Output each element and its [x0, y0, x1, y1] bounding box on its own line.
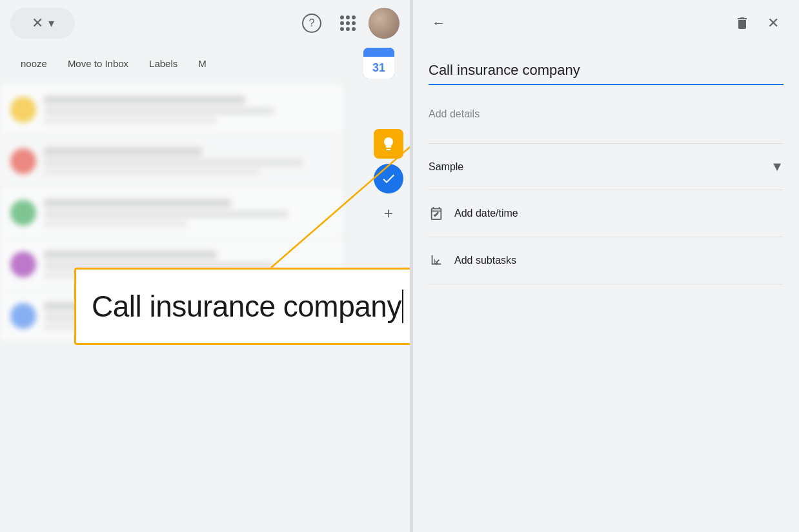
user-avatar[interactable]	[369, 8, 400, 39]
back-button[interactable]: ←	[423, 8, 454, 39]
lightbulb-icon	[381, 136, 396, 152]
question-mark-icon: ?	[302, 14, 321, 33]
add-date-time-label: Add date/time	[454, 208, 518, 219]
labels-button[interactable]: Labels	[139, 53, 188, 74]
trash-icon	[734, 15, 750, 31]
delete-task-button[interactable]	[727, 8, 758, 39]
list-selector[interactable]: Sample ▼	[429, 149, 784, 184]
right-panel: ← ✕ Add details Sample ▼ Ad	[413, 0, 799, 532]
left-panel: ✕ ▾ ? nooze Move to Inbox Labels M 31	[0, 0, 410, 532]
sidebar-icons: +	[374, 129, 403, 228]
grid-icon	[340, 15, 356, 31]
annotation-callout-box: Call insurance company	[74, 268, 410, 345]
close-icon: ✕	[32, 15, 43, 32]
close-select-button[interactable]: ✕ ▾	[10, 8, 75, 39]
email-item-3	[0, 187, 342, 239]
annotation-callout-text: Call insurance company	[92, 289, 401, 324]
action-bar: nooze Move to Inbox Labels M 31	[0, 46, 410, 80]
calendar-icon-wrap[interactable]: 31	[363, 48, 394, 79]
help-button[interactable]: ?	[296, 8, 327, 39]
snooze-button[interactable]: nooze	[10, 53, 57, 74]
calendar-check-icon	[429, 206, 444, 221]
tasks-sidebar-icon[interactable]	[374, 129, 403, 159]
dropdown-arrow-icon: ▾	[48, 16, 54, 30]
divider-2	[429, 190, 784, 190]
checkmark-icon	[381, 171, 396, 186]
calendar-month	[363, 48, 394, 57]
task-title-input[interactable]	[429, 57, 784, 85]
task-form: Add details Sample ▼ Add date/time	[413, 46, 799, 300]
subtask-icon: ↳	[429, 253, 444, 268]
chevron-down-icon: ▼	[771, 159, 784, 174]
email-item-1	[0, 84, 342, 135]
move-to-inbox-button[interactable]: Move to Inbox	[57, 53, 139, 74]
close-task-panel-button[interactable]: ✕	[758, 8, 789, 39]
divider-4	[429, 284, 784, 284]
add-subtasks-label: Add subtasks	[454, 255, 516, 266]
calendar-icon: 31	[363, 48, 394, 79]
apps-button[interactable]	[332, 8, 363, 39]
add-subtasks-button[interactable]: ↳ Add subtasks	[429, 242, 784, 279]
calendar-date: 31	[363, 57, 394, 79]
meet-sidebar-icon[interactable]	[374, 164, 403, 193]
email-item-2	[0, 135, 342, 187]
more-button[interactable]: M	[188, 53, 217, 74]
right-top-bar: ← ✕	[413, 0, 799, 46]
svg-text:↳: ↳	[432, 257, 440, 267]
task-details-field[interactable]: Add details	[429, 101, 784, 128]
divider-1	[429, 143, 784, 144]
divider-3	[429, 237, 784, 237]
text-cursor	[402, 290, 403, 323]
list-selector-label: Sample	[429, 161, 771, 173]
left-top-bar: ✕ ▾ ?	[0, 0, 410, 46]
add-date-time-button[interactable]: Add date/time	[429, 195, 784, 232]
add-sidebar-button[interactable]: +	[374, 199, 403, 228]
